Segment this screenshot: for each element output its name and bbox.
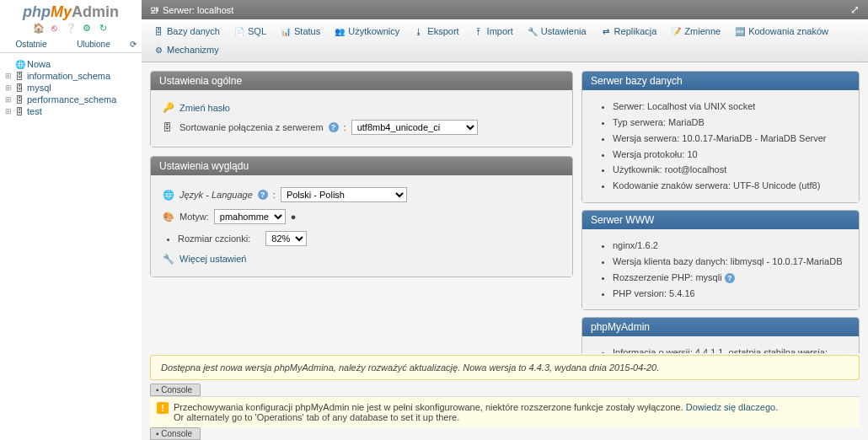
vars-icon: 📝 (670, 25, 682, 37)
logout-icon[interactable]: ⎋ (49, 23, 61, 35)
replication-icon: ⇄ (600, 25, 612, 37)
tree-db[interactable]: ⊞🗄test (2, 105, 140, 117)
tab-status[interactable]: 📊Status (274, 23, 326, 40)
tree-db-label: performance_schema (27, 94, 116, 105)
tab-engines[interactable]: ⚙Mechanizmy (147, 41, 225, 58)
storage-warning: ! Przechowywania konfiguracji phpMyAdmin… (150, 396, 860, 427)
fontsize-select[interactable]: 82% (265, 231, 307, 246)
help-icon[interactable]: ? (725, 273, 735, 283)
collation-icon: 🗄 (163, 122, 174, 132)
tree-new[interactable]: 🌐 Nowa (2, 58, 140, 70)
warning-text-alt: Or alternately go to 'Operations' tab of… (174, 412, 459, 422)
more-settings-link[interactable]: Więcej ustawień (179, 254, 246, 264)
web-info-item: PHP version: 5.4.16 (613, 286, 847, 302)
import-icon: ⭱ (473, 25, 485, 37)
panel-appearance-settings: Ustawienia wyglądu 🌐 Język - Language ?:… (150, 156, 573, 277)
gear-icon: 🔧 (527, 25, 538, 37)
learn-why-link[interactable]: Dowiedz się dlaczego (686, 402, 775, 412)
engine-icon: ⚙ (153, 44, 164, 56)
tree-db[interactable]: ⊞🗄information_schema (2, 70, 140, 82)
tree-db-label: test (27, 106, 42, 116)
collation-select[interactable]: utf8mb4_unicode_ci (351, 120, 478, 135)
panel-web-server: Serwer WWW nginx/1.6.2 Wersja klienta ba… (581, 210, 860, 310)
web-info-item: Wersja klienta bazy danych: libmysql - 1… (613, 254, 847, 270)
change-password-link[interactable]: Zmień hasło (179, 103, 230, 113)
panel-title: phpMyAdmin (582, 318, 859, 336)
help-icon[interactable]: ? (258, 190, 268, 200)
breadcrumb-label: Serwer: (163, 5, 195, 15)
wrench-icon: 🔧 (163, 254, 174, 265)
panel-title: Ustawienia ogólne (151, 72, 572, 90)
tab-label: Użytkownicy (348, 26, 399, 36)
top-tabs: 🗄Bazy danych 📄SQL 📊Status 👥Użytkownicy ⭳… (142, 19, 868, 62)
language-select[interactable]: Polski - Polish (281, 187, 407, 202)
tab-sql[interactable]: 📄SQL (228, 23, 272, 40)
console-toggle-top[interactable]: ▪ Console (150, 384, 201, 396)
tab-charsets[interactable]: 🔤Kodowania znaków (728, 23, 834, 40)
tab-import[interactable]: ⭱Import (467, 23, 519, 40)
tab-label: Ustawienia (541, 26, 587, 36)
logo: phpMyAdmin (0, 0, 142, 21)
globe-icon: 🌐 (163, 190, 174, 201)
tree-db[interactable]: ⊞🗄mysql (2, 82, 140, 94)
docs-icon[interactable]: ❔ (65, 23, 77, 35)
panel-db-server: Serwer bazy danych Serwer: Localhost via… (581, 71, 860, 203)
warning-icon: ! (157, 402, 169, 414)
tab-label: Status (294, 26, 320, 36)
expand-icon[interactable]: ⊞ (2, 72, 15, 80)
db-icon: 🗄 (153, 25, 164, 37)
panel-title: Serwer WWW (582, 211, 859, 229)
server-info-item: Wersja protokołu: 10 (613, 147, 847, 163)
expand-icon[interactable]: ⊞ (2, 95, 15, 104)
database-tree: 🌐 Nowa ⊞🗄information_schema ⊞🗄mysql ⊞🗄pe… (0, 53, 142, 122)
update-notice: Dostępna jest nowa wersja phpMyAdmina, n… (150, 355, 860, 380)
home-icon[interactable]: 🏠 (33, 23, 45, 35)
breadcrumb-host: localhost (197, 5, 233, 15)
help-icon[interactable]: ? (329, 122, 339, 132)
tab-databases[interactable]: 🗄Bazy danych (147, 23, 226, 40)
theme-select[interactable]: pmahomme (214, 209, 286, 224)
tab-label: Mechanizmy (167, 45, 219, 55)
tab-settings[interactable]: 🔧Ustawienia (521, 23, 592, 40)
expand-icon[interactable]: ⊞ (2, 107, 15, 115)
tab-label: Replikacja (614, 26, 657, 36)
fontsize-label: Rozmiar czcionki: (178, 233, 250, 244)
server-info-item: Kodowanie znaków serwera: UTF-8 Unicode … (613, 178, 847, 194)
settings-icon[interactable]: ⚙ (81, 23, 93, 35)
server-info-item: Wersja serwera: 10.0.17-MariaDB - MariaD… (613, 131, 847, 147)
language-label: Język - Language (179, 190, 253, 200)
console-toggle-bottom[interactable]: ▪ Console (150, 427, 201, 440)
charset-icon: 🔤 (734, 25, 746, 37)
tab-label: Kodowania znaków (748, 26, 828, 36)
theme-preview-button[interactable]: ● (291, 212, 297, 222)
tab-label: Eksport (427, 26, 458, 36)
panel-title: Ustawienia wyglądu (151, 157, 572, 175)
users-icon: 👥 (334, 25, 346, 37)
tab-favorites[interactable]: Ulubione (62, 36, 125, 52)
reload-icon[interactable]: ↻ (97, 23, 109, 35)
close-icon[interactable]: ⤢ (850, 3, 860, 16)
theme-label: Motyw: (179, 212, 209, 222)
tree-db[interactable]: ⊞🗄performance_schema (2, 94, 140, 105)
tab-label: Import (487, 26, 513, 36)
web-info-item: nginx/1.6.2 (613, 238, 847, 254)
header-icons: 🏠 ⎋ ❔ ⚙ ↻ (0, 21, 142, 36)
new-db-icon: 🌐 (15, 60, 27, 69)
logo-part-php: php (23, 3, 51, 20)
expand-icon[interactable]: ⊞ (2, 83, 15, 92)
export-icon: ⭳ (413, 25, 425, 37)
panel-general-settings: Ustawienia ogólne 🔑 Zmień hasło 🗄 Sortow… (150, 71, 573, 148)
tab-recent[interactable]: Ostatnie (0, 36, 62, 52)
tree-db-label: information_schema (27, 71, 110, 81)
tab-users[interactable]: 👥Użytkownicy (328, 23, 405, 40)
web-info-item: Rozszerzenie PHP: mysqli ? (613, 270, 847, 286)
tree-db-label: mysql (27, 83, 51, 93)
tab-export[interactable]: ⭳Eksport (407, 23, 464, 40)
server-icon: 🖳 (150, 5, 159, 15)
tab-variables[interactable]: 📝Zmienne (664, 23, 726, 40)
panel-title: Serwer bazy danych (582, 72, 859, 90)
tree-new-label: Nowa (27, 59, 51, 69)
tab-replication[interactable]: ⇄Replikacja (594, 23, 663, 40)
tab-refresh-icon[interactable]: ⟳ (125, 36, 142, 52)
theme-icon: 🎨 (163, 212, 174, 223)
